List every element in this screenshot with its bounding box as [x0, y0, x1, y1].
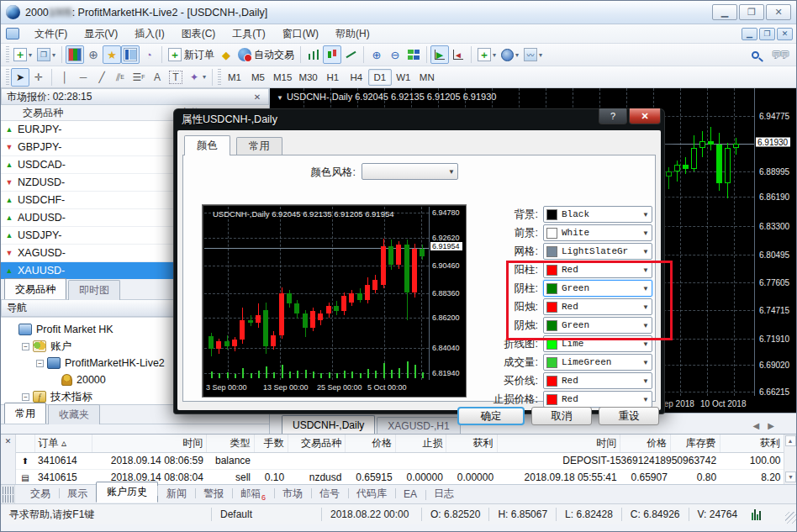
resize-grip[interactable]	[785, 512, 797, 524]
color-select-Black[interactable]: Black▼	[543, 206, 652, 223]
navigator-tab-收藏夹[interactable]: 收藏夹	[48, 404, 100, 424]
timeframe-MN[interactable]: MN	[415, 69, 439, 86]
menu-item-帮助(H)[interactable]: 帮助(H)	[327, 24, 378, 44]
timeframe-M30[interactable]: M30	[295, 69, 320, 86]
strategy-tester-button[interactable]: ◔	[140, 45, 158, 64]
color-select-Green[interactable]: Green▼	[543, 317, 652, 334]
color-select-Red[interactable]: Red▼	[543, 372, 652, 389]
label-tool[interactable]: T	[166, 68, 185, 87]
terminal-scrollbar[interactable]: ▲ ▼	[784, 435, 796, 484]
timeframe-W1[interactable]: W1	[392, 69, 415, 86]
vertical-line-tool[interactable]: │	[55, 68, 74, 87]
periods-button[interactable]: ▾	[499, 45, 521, 64]
chevron-down-icon[interactable]: ▼	[642, 248, 649, 255]
templates-button[interactable]: 〰▾	[521, 45, 545, 64]
mdi-minimize-button[interactable]: ▁	[742, 28, 757, 40]
color-select-Red[interactable]: Red▼	[543, 261, 652, 278]
navigator-toggle[interactable]: ★	[103, 45, 121, 64]
fibonacci-tool[interactable]: ☰F	[129, 68, 148, 87]
ok-button[interactable]: 确定	[457, 407, 525, 425]
cancel-button[interactable]: 取消	[531, 407, 592, 425]
color-select-LightSlateGr[interactable]: LightSlateGr▼	[543, 243, 652, 260]
new-order-button[interactable]: ＋新订单	[166, 45, 217, 64]
table-header-row[interactable]: 订单 ▵时间类型手数交易品种价格止损获利时间价格库存费获利	[16, 435, 784, 452]
market-watch-tab-交易品种[interactable]: 交易品种	[4, 278, 66, 299]
terminal-tab-警报[interactable]: 警报	[195, 485, 232, 503]
market-watch-toggle[interactable]	[66, 45, 84, 64]
script-button[interactable]: ◆	[217, 45, 235, 64]
color-select-Red[interactable]: Red▼	[543, 298, 652, 315]
timeframe-M1[interactable]: M1	[223, 69, 246, 86]
chevron-down-icon[interactable]: ▼	[642, 266, 649, 274]
dialog-close-button[interactable]: ✕	[629, 108, 661, 124]
chevron-down-icon[interactable]: ▼	[642, 322, 649, 329]
terminal-tab-市场[interactable]: 市场	[274, 485, 311, 503]
terminal-close-icon[interactable]: ✕	[3, 437, 13, 445]
dialog-title-bar[interactable]: 属性USDCNH-,Daily	[173, 108, 665, 130]
arrows-tool[interactable]: ✦▾	[185, 68, 208, 87]
indicators-button[interactable]: ＋▾	[475, 45, 499, 64]
mdi-close-button[interactable]: ✕	[777, 28, 793, 40]
column-header-4[interactable]: 交易品种	[288, 435, 345, 452]
chart-tab-XAGUSD-,H1[interactable]: XAGUSD-,H1	[377, 417, 460, 435]
line-chart-button[interactable]	[341, 45, 360, 64]
reset-button[interactable]: 重设	[599, 407, 659, 425]
terminal-tab-账户历史[interactable]: 账户历史	[96, 482, 158, 503]
color-select-Green[interactable]: Green▼	[543, 280, 652, 297]
chevron-down-icon[interactable]: ▼	[642, 229, 649, 237]
chevron-down-icon[interactable]: ▼	[642, 211, 649, 219]
auto-scroll-button[interactable]: ▶	[430, 45, 449, 64]
column-header-8[interactable]: 时间	[497, 435, 620, 452]
new-chart-button[interactable]: ＋▾	[11, 45, 34, 64]
chevron-down-icon[interactable]: ▼	[642, 377, 649, 385]
bar-chart-button[interactable]	[304, 45, 323, 64]
tab-scroll-right-icon[interactable]: ▶	[768, 421, 774, 430]
chevron-down-icon[interactable]: ▼	[642, 303, 649, 311]
toolbar-grip[interactable]	[6, 69, 9, 86]
channel-tool[interactable]: ⫽E	[111, 68, 129, 87]
column-header-6[interactable]: 止损	[396, 435, 446, 452]
tab-scroll-left-icon[interactable]: ◀	[753, 421, 760, 430]
symbol-column-header[interactable]: 交易品种	[1, 106, 144, 120]
terminal-tab-展示[interactable]: 展示	[59, 485, 96, 503]
history-row-0[interactable]: ⬆34106142018.09.14 08:06:59balanceDEPOSI…	[16, 452, 784, 469]
column-header-5[interactable]: 价格	[345, 435, 395, 452]
column-header-7[interactable]: 获利	[446, 435, 497, 452]
column-header-2[interactable]: 类型	[207, 435, 254, 452]
restore-button[interactable]: ❐	[739, 4, 764, 20]
terminal-tab-新闻[interactable]: 新闻	[158, 485, 195, 503]
chart-menu-icon[interactable]: ▼	[277, 94, 283, 102]
profiles-button[interactable]: ❐▾	[34, 45, 58, 64]
terminal-tab-代码库[interactable]: 代码库	[348, 485, 395, 503]
terminal-toggle[interactable]	[121, 45, 140, 64]
menu-item-图表(C)[interactable]: 图表(C)	[173, 24, 224, 44]
search-icon[interactable]	[752, 51, 759, 59]
timeframe-H1[interactable]: H1	[321, 69, 345, 86]
scroll-up-icon[interactable]: ▲	[785, 435, 796, 446]
timeframe-M5[interactable]: M5	[246, 69, 270, 86]
color-select-LimeGreen[interactable]: LimeGreen▼	[543, 354, 652, 371]
minimize-button[interactable]: ▁	[712, 4, 737, 20]
column-header-3[interactable]: 手数	[254, 435, 288, 452]
zoom-in-button[interactable]: ⊕	[367, 45, 386, 64]
mdi-restore-button[interactable]: ❐	[759, 28, 775, 40]
color-select-White[interactable]: White▼	[543, 224, 652, 241]
terminal-tab-信号[interactable]: 信号	[311, 485, 348, 503]
scroll-down-icon[interactable]: ▼	[785, 471, 796, 482]
timeframe-D1[interactable]: D1	[368, 69, 392, 86]
cursor-tool[interactable]: ➤	[11, 68, 29, 87]
tree-expand-icon[interactable]: −	[36, 360, 44, 367]
horizontal-line-tool[interactable]: ─	[74, 68, 92, 87]
close-button[interactable]: ✕	[766, 4, 791, 20]
status-profile[interactable]: Default	[212, 508, 321, 520]
price-scale[interactable]: 6.947756.919306.889956.861906.833006.804…	[756, 88, 797, 396]
column-header-1[interactable]: 时间	[92, 435, 207, 452]
chart-tab-USDCNH-,Daily[interactable]: USDCNH-,Daily	[282, 415, 375, 434]
terminal-tab-日志[interactable]: 日志	[425, 485, 462, 503]
column-header-0[interactable]: 订单 ▵	[34, 435, 92, 452]
menu-item-窗口(W)[interactable]: 窗口(W)	[274, 24, 327, 44]
column-header-9[interactable]: 价格	[620, 435, 671, 452]
autotrading-button[interactable]: 自动交易	[235, 45, 297, 64]
navigator-tab-常用[interactable]: 常用	[4, 403, 46, 424]
terminal-tab-EA[interactable]: EA	[395, 487, 425, 502]
